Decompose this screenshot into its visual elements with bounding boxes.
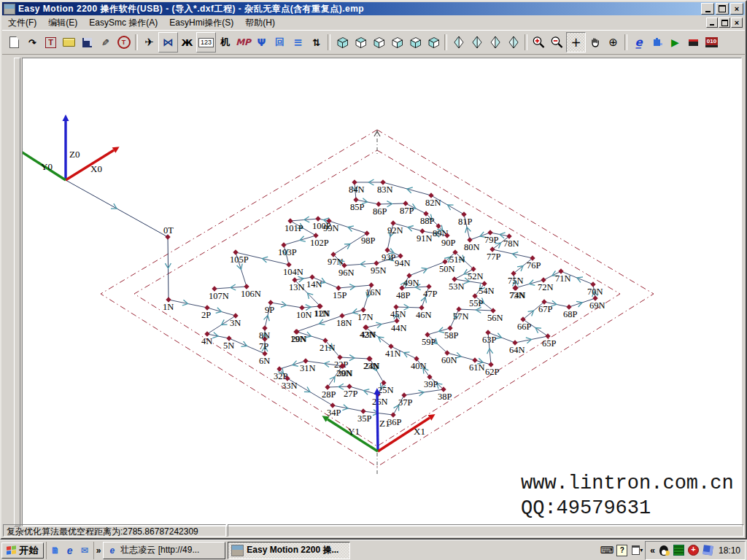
save-file-button[interactable]: [78, 33, 96, 52]
svg-text:26N: 26N: [372, 397, 388, 407]
view-cube-1-button[interactable]: [333, 33, 351, 52]
display-window-icon[interactable]: ▾: [632, 545, 643, 556]
task-easy-motion-window[interactable]: Easy Motion 2200 操...: [228, 542, 350, 559]
svg-text:68P: 68P: [563, 309, 578, 319]
mdi-minimize-button[interactable]: [706, 18, 718, 28]
internet-explorer-icon[interactable]: e: [64, 545, 76, 556]
svg-text:105P: 105P: [230, 254, 249, 265]
code-010-button[interactable]: 010: [703, 33, 721, 52]
help-agent-icon[interactable]: ?: [616, 545, 627, 556]
view-diamond-2-button[interactable]: [468, 33, 486, 52]
network-grid-icon[interactable]: [673, 545, 684, 556]
svg-text:88P: 88P: [420, 216, 435, 226]
svg-text:72N: 72N: [538, 282, 554, 292]
node-split-button[interactable]: Ж: [178, 33, 196, 52]
svg-text:46N: 46N: [416, 310, 432, 320]
menu-easyhmi[interactable]: EasyHmi操作(S): [163, 15, 239, 31]
draw-pen-button[interactable]: ✎: [96, 33, 115, 52]
view-cube-4-button[interactable]: [387, 33, 406, 52]
zoom-out-button[interactable]: [548, 33, 566, 52]
download-device-button[interactable]: [648, 33, 666, 52]
svg-text:25N: 25N: [378, 385, 394, 395]
import-curve-button[interactable]: ↷: [23, 33, 42, 52]
mail-client-icon[interactable]: ✉: [79, 545, 90, 556]
fit-view-button[interactable]: ⊕: [604, 33, 622, 52]
app-icon: [4, 4, 15, 15]
show-desktop-icon[interactable]: 🗎: [50, 545, 61, 556]
svg-text:20N: 20N: [291, 334, 307, 344]
start-button[interactable]: 开始: [1, 542, 44, 559]
view-cube-3-button[interactable]: [369, 33, 387, 52]
mdi-close-button[interactable]: ×: [731, 18, 743, 28]
filter-points-button[interactable]: Ψ: [252, 33, 271, 52]
svg-text:59P: 59P: [422, 337, 436, 347]
svg-text:49N: 49N: [403, 278, 419, 288]
machine-out-button[interactable]: [684, 33, 703, 52]
task-browser-window[interactable]: e壮志凌云 [http://49...: [103, 542, 225, 559]
svg-text:55P: 55P: [469, 298, 484, 308]
svg-text:32P: 32P: [274, 371, 288, 381]
qq-penguin-icon[interactable]: [659, 545, 670, 556]
svg-text:94N: 94N: [395, 258, 411, 268]
reverse-order-button[interactable]: ⇅: [307, 33, 325, 52]
windows-logo-icon: [7, 545, 16, 555]
cad-canvas[interactable]: 0T1N2P3N4N5N6N7P8N9P10N11N12N13N14N15P16…: [23, 58, 741, 526]
minimize-button[interactable]: [701, 3, 714, 15]
svg-text:81P: 81P: [458, 217, 473, 227]
spiral-path-button[interactable]: 回: [271, 33, 289, 52]
side-splitter[interactable]: [14, 58, 20, 526]
ie-icon: e: [107, 545, 117, 556]
view-cube-2-button[interactable]: [351, 33, 369, 52]
zoom-in-button[interactable]: [530, 33, 548, 52]
svg-text:104N: 104N: [283, 267, 303, 277]
blue-app-icon[interactable]: [703, 545, 713, 556]
new-file-button[interactable]: [5, 33, 23, 52]
run-start-button[interactable]: ▶: [666, 33, 684, 52]
svg-text:7P: 7P: [259, 341, 268, 351]
menu-easysmc[interactable]: EasySmc 操作(A): [83, 15, 163, 31]
quick-launch: 🗎 e ✉: [46, 542, 94, 559]
machine-setup-button[interactable]: 机: [216, 33, 234, 52]
tray-collapse-chevron[interactable]: «: [650, 545, 655, 556]
path-preview-button[interactable]: ⋈: [158, 32, 178, 52]
svg-text:30N: 30N: [337, 368, 353, 378]
svg-text:43N: 43N: [360, 330, 376, 340]
svg-text:75N: 75N: [508, 276, 524, 286]
svg-text:106N: 106N: [241, 289, 261, 299]
svg-text:91N: 91N: [417, 233, 433, 244]
svg-text:87P: 87P: [400, 206, 414, 216]
mp-mode-button[interactable]: MP: [234, 33, 252, 52]
svg-text:35P: 35P: [357, 413, 372, 424]
stamp-target-button[interactable]: T: [115, 33, 133, 52]
clock: 18:10: [717, 545, 740, 556]
sort-order-button[interactable]: ≡: [289, 33, 307, 52]
view-cube-6-button[interactable]: [424, 33, 442, 52]
quick-launch-overflow[interactable]: »: [96, 545, 101, 556]
view-diamond-3-button[interactable]: [486, 33, 504, 52]
keyboard-layout-icon[interactable]: ⌨: [601, 545, 612, 556]
open-file-button[interactable]: [60, 33, 78, 52]
output-run-button[interactable]: ✈: [140, 33, 158, 52]
view-diamond-4-button[interactable]: [504, 33, 522, 52]
svg-text:47P: 47P: [423, 289, 438, 299]
view-cube-5-button[interactable]: [406, 33, 424, 52]
svg-text:40N: 40N: [411, 361, 427, 371]
menu-edit[interactable]: 编辑(E): [42, 15, 83, 31]
text-frame-button[interactable]: T: [42, 33, 60, 52]
menu-help[interactable]: 帮助(H): [239, 15, 281, 31]
title-bar[interactable]: Easy Motion 2200 操作软件(USB) - (导入*.dxf工程)…: [2, 2, 745, 15]
svg-text:33N: 33N: [282, 381, 298, 391]
center-view-button[interactable]: +: [566, 32, 586, 52]
svg-text:41N: 41N: [385, 349, 401, 359]
usb-link-button[interactable]: e̲: [630, 33, 648, 52]
show-numbers-button[interactable]: 123: [196, 32, 216, 52]
pan-hand-button[interactable]: [586, 33, 604, 52]
menu-file[interactable]: 文件(F): [2, 15, 42, 31]
mdi-restore-button[interactable]: [719, 18, 730, 28]
view-diamond-1-button[interactable]: [449, 33, 468, 52]
close-button[interactable]: ×: [730, 3, 743, 15]
svg-text:Z0: Z0: [69, 149, 80, 160]
antivirus-shield-icon[interactable]: [688, 545, 699, 556]
restore-button[interactable]: [716, 3, 729, 15]
svg-text:14N: 14N: [306, 279, 322, 289]
